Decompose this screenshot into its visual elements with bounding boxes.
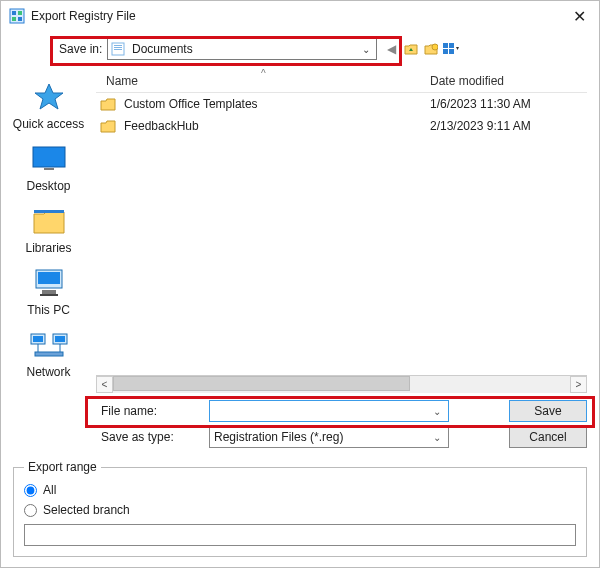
place-libraries[interactable]: Libraries (9, 205, 89, 255)
svg-rect-25 (55, 336, 65, 342)
svg-rect-3 (12, 17, 16, 21)
regedit-icon (9, 8, 25, 24)
toolbar-icons: ◀ (383, 41, 459, 57)
scroll-left-icon[interactable]: < (96, 376, 113, 393)
svg-rect-6 (114, 45, 122, 46)
save-in-label: Save in: (55, 42, 107, 56)
place-label: Desktop (26, 179, 70, 193)
savetype-label: Save as type: (101, 430, 201, 444)
place-desktop[interactable]: Desktop (9, 143, 89, 193)
places-bar: Quick access Desktop Libraries This PC (1, 69, 96, 392)
file-name: FeedbackHub (124, 119, 430, 133)
place-network[interactable]: Network (9, 329, 89, 379)
desktop-icon (29, 143, 69, 175)
savetype-combo[interactable]: Registration Files (*.reg) ⌄ (209, 426, 449, 448)
svg-rect-7 (114, 47, 122, 48)
svg-rect-19 (38, 272, 60, 284)
radio-all-label: All (43, 483, 56, 497)
svg-rect-17 (34, 210, 64, 213)
svg-rect-13 (449, 49, 454, 54)
export-range-legend: Export range (24, 460, 101, 474)
svg-rect-15 (33, 147, 65, 167)
svg-rect-24 (33, 336, 43, 342)
views-icon[interactable] (443, 41, 459, 57)
svg-rect-20 (42, 290, 56, 294)
up-folder-icon[interactable] (403, 41, 419, 57)
file-name: Custom Office Templates (124, 97, 430, 111)
list-item[interactable]: FeedbackHub 2/13/2023 9:11 AM (96, 115, 587, 137)
place-quick-access[interactable]: Quick access (9, 81, 89, 131)
chevron-down-icon: ⌄ (358, 44, 374, 55)
col-date[interactable]: Date modified (430, 74, 583, 88)
file-date: 2/13/2023 9:11 AM (430, 119, 531, 133)
svg-rect-16 (44, 168, 54, 170)
documents-icon (110, 41, 126, 57)
radio-selected-row[interactable]: Selected branch (24, 500, 576, 520)
window-title: Export Registry File (31, 9, 559, 23)
save-in-row: Save in: Documents ⌄ ◀ (55, 35, 587, 63)
folder-icon (100, 96, 118, 112)
chevron-down-icon[interactable]: ⌄ (430, 406, 444, 417)
filename-input[interactable] (214, 403, 430, 419)
filename-combo[interactable]: ⌄ (209, 400, 449, 422)
filename-label: File name: (101, 404, 201, 418)
file-area[interactable]: Custom Office Templates 1/6/2023 11:30 A… (96, 93, 587, 375)
save-in-value: Documents (132, 42, 358, 56)
star-icon (29, 81, 69, 113)
savetype-row: Save as type: Registration Files (*.reg)… (101, 424, 587, 450)
list-item[interactable]: Custom Office Templates 1/6/2023 11:30 A… (96, 93, 587, 115)
scroll-right-icon[interactable]: > (570, 376, 587, 393)
svg-rect-4 (18, 17, 22, 21)
svg-rect-11 (449, 43, 454, 48)
export-registry-dialog: Export Registry File ✕ Save in: Document… (0, 0, 600, 568)
branch-input[interactable] (24, 524, 576, 546)
this-pc-icon (29, 267, 69, 299)
close-button[interactable]: ✕ (559, 1, 599, 31)
scroll-thumb[interactable] (113, 376, 410, 391)
radio-all-row[interactable]: All (24, 480, 576, 500)
scroll-track[interactable] (113, 376, 570, 393)
place-label: Quick access (13, 117, 84, 131)
place-label: Libraries (25, 241, 71, 255)
title-bar: Export Registry File ✕ (1, 1, 599, 31)
svg-rect-26 (35, 352, 63, 356)
svg-rect-8 (114, 49, 122, 50)
svg-rect-12 (443, 49, 448, 54)
place-this-pc[interactable]: This PC (9, 267, 89, 317)
radio-all[interactable] (24, 484, 37, 497)
save-button[interactable]: Save (509, 400, 587, 422)
save-in-combo[interactable]: Documents ⌄ (107, 38, 377, 60)
radio-selected-label: Selected branch (43, 503, 130, 517)
chevron-down-icon[interactable]: ⌄ (430, 432, 444, 443)
place-label: This PC (27, 303, 70, 317)
svg-rect-21 (40, 294, 58, 296)
export-range-group: Export range All Selected branch (13, 460, 587, 557)
network-icon (29, 329, 69, 361)
new-folder-icon[interactable] (423, 41, 439, 57)
folder-icon (100, 118, 118, 134)
svg-marker-14 (35, 84, 63, 109)
filename-row: File name: ⌄ Save (101, 398, 587, 424)
column-headers[interactable]: ^ Name Date modified (96, 69, 587, 93)
file-listing: ^ Name Date modified Custom Office Templ… (96, 69, 587, 392)
svg-rect-1 (12, 11, 16, 15)
svg-rect-10 (443, 43, 448, 48)
place-label: Network (26, 365, 70, 379)
svg-point-9 (432, 44, 438, 50)
file-date: 1/6/2023 11:30 AM (430, 97, 531, 111)
bottom-fields: File name: ⌄ Save Save as type: Registra… (1, 392, 599, 452)
middle-area: Quick access Desktop Libraries This PC (1, 69, 599, 392)
sort-arrow-icon: ^ (261, 68, 266, 79)
horizontal-scrollbar[interactable]: < > (96, 375, 587, 392)
cancel-button[interactable]: Cancel (509, 426, 587, 448)
savetype-value: Registration Files (*.reg) (214, 430, 430, 444)
radio-selected[interactable] (24, 504, 37, 517)
svg-rect-2 (18, 11, 22, 15)
libraries-icon (29, 205, 69, 237)
back-icon[interactable]: ◀ (383, 41, 399, 57)
